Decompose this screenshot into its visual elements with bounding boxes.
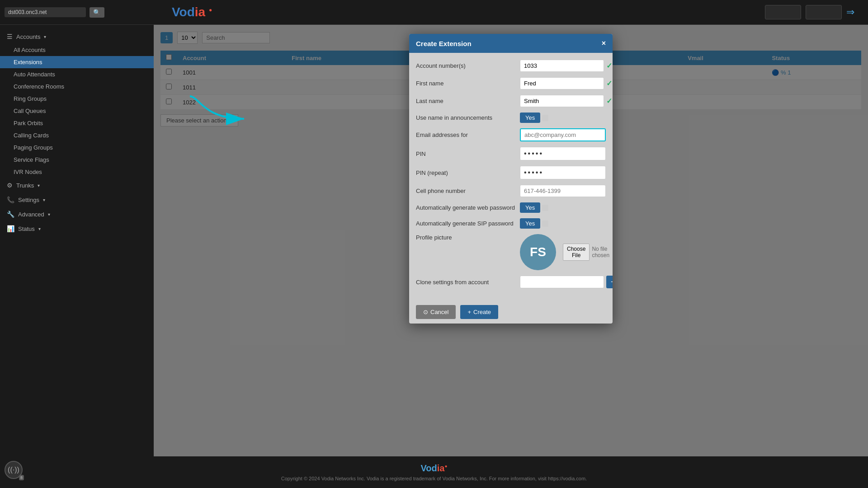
- last-name-label: Last name: [416, 98, 515, 104]
- sidebar-section-settings[interactable]: 📞 Settings ▾: [0, 192, 154, 207]
- email-row: Email addresses for: [416, 128, 606, 141]
- auto-sip-password-row: Automatically generate SIP password Yes: [416, 218, 606, 229]
- page-footer: Vodia● Copyright © 2024 Vodia Networks I…: [0, 456, 868, 488]
- auto-web-yes-button[interactable]: Yes: [520, 202, 540, 213]
- top-bar-left: 🔍: [5, 7, 158, 18]
- logo: Vodia ●: [172, 5, 212, 19]
- first-name-label: First name: [416, 80, 515, 87]
- sidebar-accounts-label: Accounts: [16, 33, 40, 40]
- top-bar: 🔍 Vodia ● ⇒: [0, 0, 868, 25]
- cancel-button[interactable]: ⊙ Cancel: [416, 305, 456, 319]
- sidebar: ☰ Accounts ▾ All Accounts Extensions Aut…: [0, 25, 154, 456]
- sidebar-item-all-accounts[interactable]: All Accounts: [0, 44, 154, 56]
- annotation-arrow: [181, 92, 262, 128]
- file-input-wrapper: Choose File No file chosen: [563, 244, 609, 261]
- chevron-down-icon: ▾: [44, 34, 46, 39]
- pin-repeat-label: PIN (repeat): [416, 169, 515, 176]
- pin-display: •••••: [520, 147, 606, 160]
- create-icon: +: [467, 309, 471, 315]
- clone-settings-input[interactable]: [520, 276, 604, 288]
- auto-web-toggle-handle[interactable]: [542, 205, 548, 211]
- top-button-1[interactable]: [765, 5, 801, 19]
- clone-add-button[interactable]: +: [606, 276, 613, 288]
- modal-footer: ⊙ Cancel + Create: [409, 300, 613, 324]
- first-name-field-wrapper: ✓: [520, 77, 612, 89]
- auto-web-password-label: Automatically generate web password: [416, 204, 515, 211]
- cancel-icon: ⊙: [423, 309, 428, 315]
- trunks-icon: ⚙: [7, 182, 13, 189]
- avatar: FS: [520, 234, 556, 270]
- use-name-toggle: Yes: [520, 113, 548, 123]
- logout-button[interactable]: ⇒: [846, 6, 854, 18]
- chevron-down-icon-status: ▾: [38, 226, 41, 231]
- profile-picture-area: FS Choose File No file chosen: [520, 234, 609, 270]
- logo-dot: ia: [195, 5, 205, 19]
- sidebar-section-accounts[interactable]: ☰ Accounts ▾: [0, 29, 154, 44]
- sidebar-section-advanced[interactable]: 🔧 Advanced ▾: [0, 207, 154, 221]
- email-input[interactable]: [520, 128, 606, 141]
- account-number-input[interactable]: [520, 60, 604, 72]
- sidebar-section-status[interactable]: 📊 Status ▾: [0, 221, 154, 236]
- use-name-label: Use name in announcements: [416, 114, 515, 121]
- first-name-valid-icon: ✓: [606, 79, 612, 88]
- create-label: Create: [473, 309, 491, 315]
- create-button[interactable]: + Create: [460, 305, 498, 319]
- footer-logo: Vodia●: [7, 463, 861, 474]
- last-name-row: Last name ✓: [416, 95, 606, 107]
- use-name-row: Use name in announcements Yes: [416, 113, 606, 123]
- cancel-label: Cancel: [430, 309, 448, 315]
- cell-phone-label: Cell phone number: [416, 188, 515, 194]
- footer-copyright: Copyright © 2024 Vodia Networks Inc. Vod…: [7, 476, 861, 481]
- account-number-field-wrapper: ✓: [520, 60, 612, 72]
- modal-close-button[interactable]: ×: [602, 39, 606, 47]
- pin-repeat-row: PIN (repeat) •••••: [416, 166, 606, 179]
- profile-picture-label: Profile picture: [416, 234, 515, 241]
- auto-sip-yes-button[interactable]: Yes: [520, 218, 540, 229]
- last-name-input[interactable]: [520, 95, 604, 107]
- sidebar-item-auto-attendants[interactable]: Auto Attendants: [0, 68, 154, 80]
- search-button[interactable]: 🔍: [90, 7, 104, 18]
- sidebar-item-ring-groups[interactable]: Ring Groups: [0, 93, 154, 105]
- content-area: 1 10 25 50 Account First name Last name …: [154, 25, 868, 456]
- clone-settings-label: Clone settings from account: [416, 279, 515, 286]
- signal-badge: 8: [19, 475, 24, 480]
- chevron-down-icon-trunks: ▾: [38, 183, 40, 188]
- auto-sip-password-label: Automatically generate SIP password: [416, 220, 515, 227]
- sidebar-item-extensions[interactable]: Extensions: [0, 56, 154, 68]
- top-bar-right: ⇒: [765, 5, 854, 19]
- clone-settings-wrapper: +: [520, 276, 613, 288]
- account-number-label: Account number(s): [416, 62, 515, 69]
- top-button-2[interactable]: [806, 5, 842, 19]
- settings-icon: 📞: [7, 196, 14, 203]
- create-extension-modal: Create Extension × Account number(s) ✓: [409, 34, 613, 324]
- sidebar-section-trunks[interactable]: ⚙ Trunks ▾: [0, 178, 154, 192]
- last-name-field-wrapper: ✓: [520, 95, 612, 107]
- modal-title: Create Extension: [416, 40, 472, 47]
- clone-settings-row: Clone settings from account +: [416, 276, 606, 288]
- account-number-row: Account number(s) ✓: [416, 60, 606, 72]
- signal-icon: ((·)) 8: [5, 461, 23, 479]
- choose-file-button[interactable]: Choose File: [563, 244, 590, 261]
- domain-input[interactable]: [5, 7, 86, 17]
- use-name-yes-button[interactable]: Yes: [520, 113, 540, 123]
- email-label: Email addresses for: [416, 131, 515, 138]
- sidebar-item-call-queues[interactable]: Call Queues: [0, 105, 154, 117]
- auto-sip-toggle-handle[interactable]: [542, 221, 548, 227]
- sidebar-item-ivr-nodes[interactable]: IVR Nodes: [0, 166, 154, 178]
- status-icon: 📊: [7, 225, 14, 232]
- sidebar-item-service-flags[interactable]: Service Flags: [0, 154, 154, 166]
- pin-repeat-display: •••••: [520, 166, 606, 179]
- sidebar-item-park-orbits[interactable]: Park Orbits: [0, 117, 154, 129]
- last-name-valid-icon: ✓: [606, 97, 612, 105]
- pin-label: PIN: [416, 150, 515, 157]
- sidebar-item-paging-groups[interactable]: Paging Groups: [0, 141, 154, 154]
- cell-phone-input[interactable]: [520, 185, 606, 197]
- pin-row: PIN •••••: [416, 147, 606, 160]
- toggle-handle[interactable]: [542, 115, 548, 121]
- cell-phone-row: Cell phone number: [416, 185, 606, 197]
- sidebar-item-conference-rooms[interactable]: Conference Rooms: [0, 80, 154, 93]
- chevron-down-icon-advanced: ▾: [48, 212, 50, 217]
- first-name-input[interactable]: [520, 77, 604, 89]
- sidebar-item-calling-cards[interactable]: Calling Cards: [0, 129, 154, 141]
- main-layout: ☰ Accounts ▾ All Accounts Extensions Aut…: [0, 25, 868, 456]
